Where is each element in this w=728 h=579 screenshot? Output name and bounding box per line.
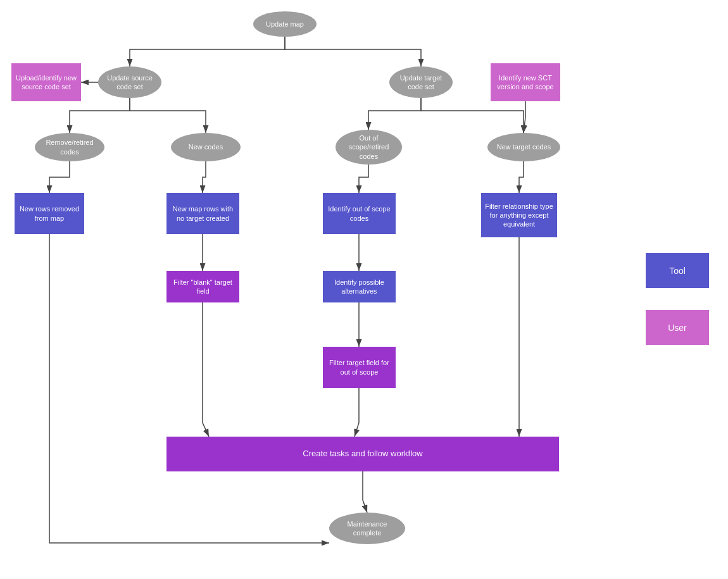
tool-legend: Tool bbox=[646, 253, 709, 288]
upload-identify-node: Upload/identify new source code set bbox=[11, 63, 81, 101]
update-source-node: Update source code set bbox=[98, 66, 161, 98]
identify-out-node: Identify out of scope codes bbox=[323, 193, 396, 234]
update-target-node: Update target code set bbox=[389, 66, 453, 98]
identify-sct-node: Identify new SCT version and scope bbox=[491, 63, 560, 101]
filter-blank-node: Filter "blank" target field bbox=[166, 271, 239, 302]
remove-retired-node: Remove/retired codes bbox=[35, 133, 104, 161]
identify-possible-node: Identify possible alternatives bbox=[323, 271, 396, 302]
out-of-scope-node: Out of scope/retired codes bbox=[336, 130, 402, 165]
filter-target-node: Filter target field for out of scope bbox=[323, 347, 396, 388]
update-map-node: Update map bbox=[253, 11, 317, 37]
new-map-rows-node: New map rows with no target created bbox=[166, 193, 239, 234]
diagram-container: Update map Update source code set Upload… bbox=[0, 0, 728, 579]
maintenance-complete-node: Maintenance complete bbox=[329, 513, 405, 544]
new-rows-removed-node: New rows removed from map bbox=[15, 193, 84, 234]
user-legend: User bbox=[646, 310, 709, 345]
filter-relationship-node: Filter relationship type for anything ex… bbox=[481, 193, 557, 237]
create-tasks-node: Create tasks and follow workflow bbox=[166, 437, 559, 471]
new-target-codes-node: New target codes bbox=[487, 133, 560, 161]
new-codes-node: New codes bbox=[171, 133, 241, 161]
